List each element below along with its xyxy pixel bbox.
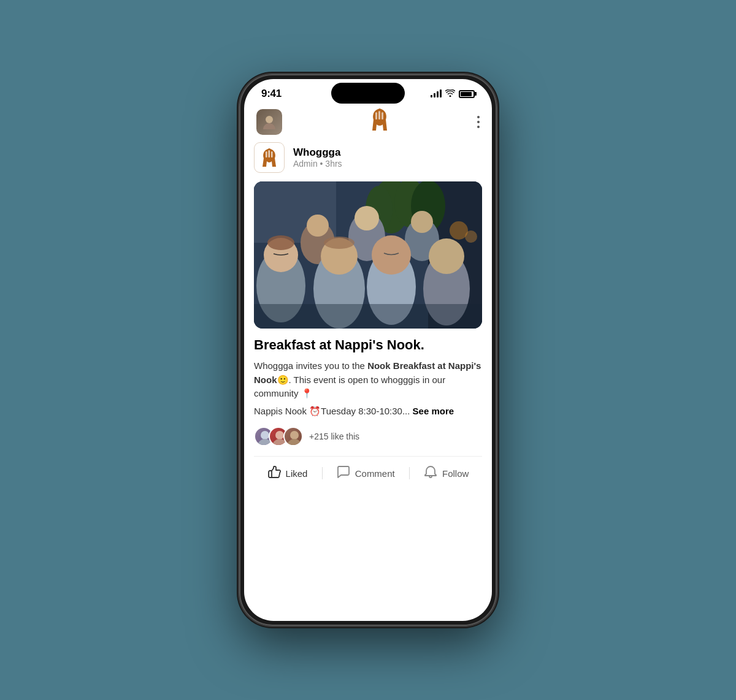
liked-label: Liked <box>286 468 308 479</box>
svg-point-15 <box>465 230 477 243</box>
wifi-icon <box>445 89 455 99</box>
post-image <box>254 181 482 329</box>
svg-point-31 <box>324 237 355 249</box>
post-body: Whoggga invites you to the Nook Breakfas… <box>254 359 482 401</box>
follow-label: Follow <box>442 468 469 479</box>
liked-button[interactable]: Liked <box>267 465 308 482</box>
svg-point-21 <box>411 211 433 233</box>
post-title: Breakfast at Nappi's Nook. <box>254 337 482 353</box>
signal-icon <box>431 90 442 97</box>
app-header <box>244 102 492 142</box>
dynamic-island <box>331 83 405 104</box>
see-more-link[interactable]: See more <box>413 406 454 416</box>
comment-label: Comment <box>355 468 395 479</box>
body-prefix: Whoggga invites you to the <box>254 360 367 371</box>
comment-button[interactable]: Comment <box>337 465 395 482</box>
svg-rect-1 <box>375 112 377 120</box>
svg-point-33 <box>261 431 269 439</box>
bell-icon <box>424 465 437 482</box>
svg-point-19 <box>355 206 379 230</box>
user-avatar[interactable] <box>256 109 282 135</box>
svg-point-17 <box>307 215 329 237</box>
svg-rect-6 <box>271 151 273 158</box>
follow-button[interactable]: Follow <box>424 465 469 482</box>
phone-shell: 9:41 <box>239 74 497 626</box>
svg-point-34 <box>275 431 284 439</box>
author-meta: Admin • 3hrs <box>293 159 342 169</box>
like-avatars <box>254 427 303 446</box>
action-bar: Liked Comment <box>254 456 482 488</box>
like-avatar-3 <box>283 427 303 446</box>
svg-point-30 <box>267 235 294 250</box>
phone-screen: 9:41 <box>244 79 492 621</box>
post-card: Whoggga Admin • 3hrs <box>244 142 492 488</box>
battery-icon <box>459 90 475 98</box>
svg-point-0 <box>266 116 273 123</box>
scroll-content[interactable]: Whoggga Admin • 3hrs <box>244 142 492 621</box>
likes-count: +215 like this <box>309 432 359 441</box>
svg-rect-2 <box>378 111 380 120</box>
svg-point-29 <box>429 238 464 274</box>
comment-icon <box>337 465 350 482</box>
author-name: Whoggga <box>293 146 342 159</box>
status-time: 9:41 <box>261 88 282 100</box>
svg-rect-32 <box>254 304 482 329</box>
svg-rect-3 <box>381 112 383 120</box>
author-logo <box>254 142 285 173</box>
post-author: Whoggga Admin • 3hrs <box>254 142 482 173</box>
post-location-line: Nappis Nook ⏰Tuesday 8:30-10:30... See m… <box>254 406 482 417</box>
likes-row: +215 like this <box>254 427 482 446</box>
svg-rect-4 <box>266 151 267 158</box>
thumb-up-icon <box>267 465 281 482</box>
more-options-button[interactable] <box>477 116 480 128</box>
app-logo <box>369 107 391 136</box>
body-emoji1: 🙂 <box>277 375 289 385</box>
status-icons <box>431 89 475 99</box>
svg-rect-5 <box>269 150 270 158</box>
svg-point-35 <box>290 431 299 439</box>
